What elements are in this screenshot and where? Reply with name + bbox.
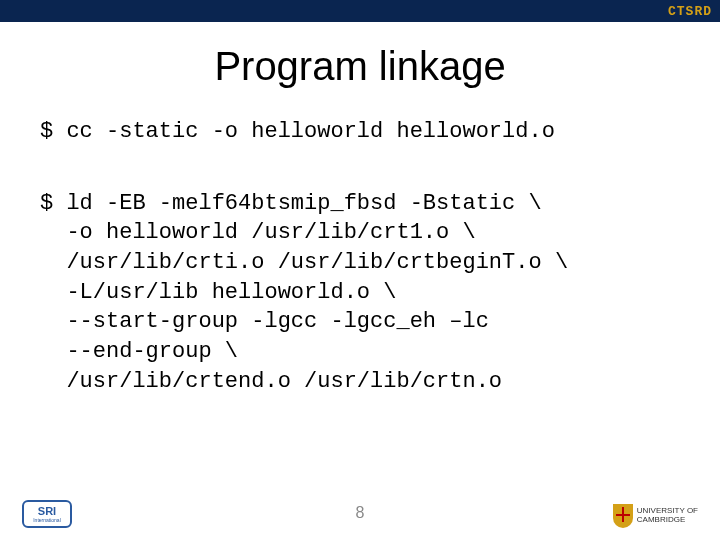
cambridge-text-line2: CAMBRIDGE (637, 516, 698, 525)
slide-title: Program linkage (0, 44, 720, 89)
sri-logo-subtext: International (33, 517, 61, 523)
cambridge-shield-icon (613, 504, 633, 528)
sri-logo-text: SRI (38, 505, 56, 517)
cambridge-logo: UNIVERSITY OF CAMBRIDGE (613, 504, 698, 528)
sri-logo: SRI International (22, 500, 72, 528)
top-bar: CTSRD (0, 0, 720, 22)
page-number: 8 (356, 504, 365, 522)
brand-logo: CTSRD (668, 4, 712, 19)
code-command-cc: $ cc -static -o helloworld helloworld.o (0, 117, 720, 147)
code-command-ld: $ ld -EB -melf64btsmip_fbsd -Bstatic \ -… (0, 189, 720, 397)
